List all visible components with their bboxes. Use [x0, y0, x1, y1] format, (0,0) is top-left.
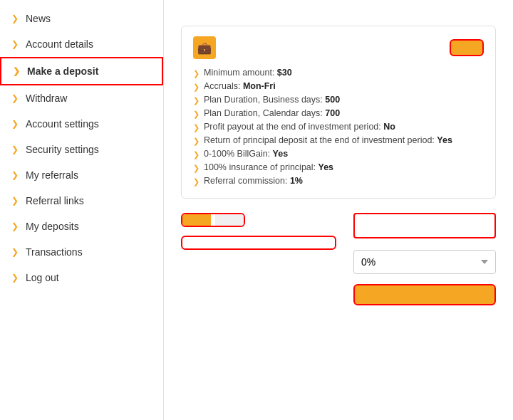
amount-input[interactable] [353, 213, 496, 238]
chevron-icon: ❯ [11, 221, 19, 231]
arrow-icon: ❯ [193, 137, 200, 146]
sidebar-item-account-settings[interactable]: ❯Account settings [0, 111, 163, 137]
arrow-icon: ❯ [193, 69, 200, 78]
sidebar-item-label: News [26, 13, 51, 24]
chevron-icon: ❯ [11, 145, 19, 154]
chevron-icon: ❯ [11, 119, 19, 129]
sidebar-item-label: Account settings [26, 118, 99, 130]
sidebar-item-withdraw[interactable]: ❯Withdraw [0, 85, 163, 111]
chevron-icon: ❯ [11, 196, 19, 206]
plan-detail-item: ❯100% insurance of principal: Yes [193, 161, 484, 174]
sidebar-item-label: Account details [26, 38, 93, 50]
sidebar-item-my-referrals[interactable]: ❯My referrals [0, 162, 163, 188]
main-content: 💼 ❯Minimum amount: $30❯Accruals: Mon-Fri… [164, 0, 513, 420]
sidebar-item-label: Make a deposit [27, 65, 98, 77]
chevron-icon: ❯ [11, 247, 19, 257]
plan-details: ❯Minimum amount: $30❯Accruals: Mon-Fri❯P… [193, 66, 484, 188]
sidebar-item-label: My referrals [26, 169, 78, 181]
sidebar-item-label: Transactions [26, 246, 83, 258]
chevron-icon: ❯ [11, 273, 19, 283]
plan-card: 💼 ❯Minimum amount: $30❯Accruals: Mon-Fri… [181, 26, 496, 199]
left-panel [181, 210, 336, 305]
arrow-icon: ❯ [193, 83, 200, 92]
arrow-icon: ❯ [193, 123, 200, 132]
payment-tabs [181, 213, 245, 227]
invest-now-button[interactable] [353, 284, 496, 305]
arrow-icon: ❯ [193, 177, 200, 187]
sidebar-item-news[interactable]: ❯News [0, 6, 163, 31]
sidebar-item-log-out[interactable]: ❯Log out [0, 265, 163, 290]
sidebar-item-transactions[interactable]: ❯Transactions [0, 239, 163, 265]
arrow-icon: ❯ [193, 150, 200, 159]
chevron-icon: ❯ [11, 14, 19, 23]
choose-button[interactable] [450, 39, 484, 56]
chevron-icon: ❯ [11, 39, 19, 49]
plan-detail-item: ❯Profit payout at the end of investment … [193, 120, 484, 134]
plan-header: 💼 [193, 36, 484, 59]
sidebar-item-label: Referral links [26, 195, 84, 206]
chevron-icon: ❯ [13, 66, 20, 76]
arrow-icon: ❯ [193, 96, 200, 105]
sidebar-item-my-deposits[interactable]: ❯My deposits [0, 214, 163, 239]
plan-title-row: 💼 [193, 36, 223, 59]
tab-wallet[interactable] [182, 214, 211, 226]
plan-detail-item: ❯Return of principal deposit at the end … [193, 134, 484, 147]
chevron-icon: ❯ [11, 93, 19, 103]
sidebar-item-referral-links[interactable]: ❯Referral links [0, 188, 163, 214]
sidebar-item-label: Security settings [26, 144, 99, 155]
plan-detail-item: ❯Plan Duration, Calendar days: 700 [193, 107, 484, 120]
billgain-select[interactable]: 0% 10% 20% 50% 100% [353, 250, 496, 274]
plan-detail-item: ❯Referral commission: 1% [193, 174, 484, 188]
right-panel: 0% 10% 20% 50% 100% [353, 210, 496, 305]
sidebar-item-security-settings[interactable]: ❯Security settings [0, 137, 163, 162]
wallet-icon: 💼 [193, 36, 216, 59]
sidebar-item-account-details[interactable]: ❯Account details [0, 31, 163, 57]
plan-detail-item: ❯Plan Duration, Business days: 500 [193, 93, 484, 107]
bottom-section: 0% 10% 20% 50% 100% [181, 210, 496, 305]
plan-detail-item: ❯Minimum amount: $30 [193, 66, 484, 80]
sidebar-item-label: Withdraw [26, 93, 67, 104]
arrow-icon: ❯ [193, 164, 200, 173]
sidebar: ❯News❯Account details❯Make a deposit❯Wit… [0, 0, 164, 420]
sidebar-item-label: Log out [26, 272, 59, 283]
tab-balance[interactable] [215, 214, 244, 226]
plan-detail-item: ❯Accruals: Mon-Fri [193, 80, 484, 93]
arrow-icon: ❯ [193, 110, 200, 119]
sidebar-item-label: My deposits [26, 221, 79, 232]
payment-method-list [181, 236, 336, 250]
plan-detail-item: ❯0-100% BillGain: Yes [193, 147, 484, 161]
sidebar-item-make-a-deposit[interactable]: ❯Make a deposit [0, 57, 163, 85]
chevron-icon: ❯ [11, 170, 19, 180]
